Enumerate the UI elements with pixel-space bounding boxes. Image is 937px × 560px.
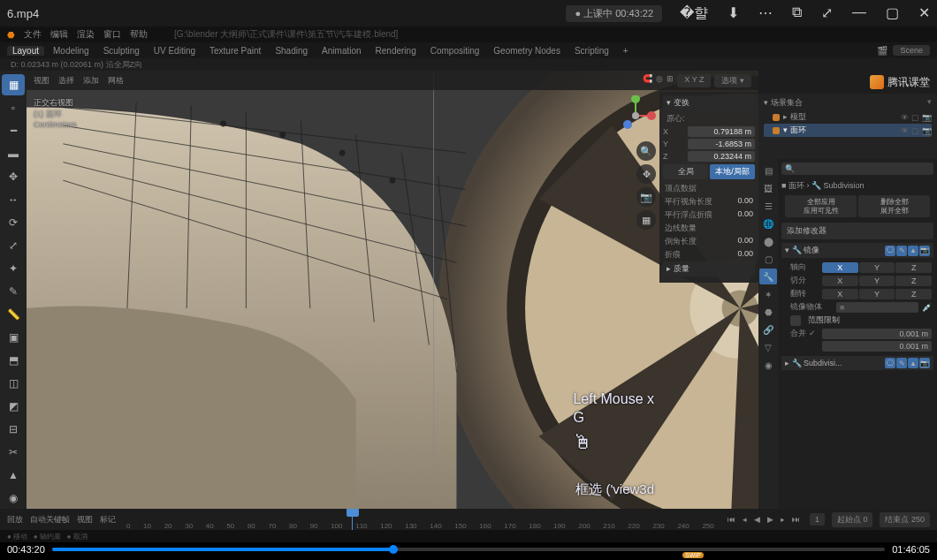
mod-realtime-icon[interactable]: 🖵 (885, 246, 895, 256)
vertex-select-icon[interactable]: ▫ (2, 97, 25, 118)
n-sec-4-val[interactable]: 0.00 (737, 236, 753, 247)
tab-constraints[interactable]: 🔗 (759, 322, 777, 337)
workspace-modeling[interactable]: Modeling (48, 46, 95, 56)
menu-window[interactable]: 窗口 (103, 28, 121, 41)
scene-selector[interactable]: Scene (893, 45, 930, 56)
polybuild-icon[interactable]: ▲ (2, 465, 25, 486)
apply-all-button[interactable]: 全部应用应用可见性 (785, 195, 857, 217)
mirror-axis-x[interactable]: X (822, 262, 858, 273)
select-icon[interactable]: ▢ (911, 113, 919, 122)
tab-physics[interactable]: ⬣ (759, 304, 777, 320)
timeline-menu-view[interactable]: 视图 (77, 514, 93, 526)
transform-z-value[interactable]: 0.23244 m (688, 151, 755, 162)
outliner-header[interactable]: ▾ 场景集合 (764, 97, 803, 109)
knife-icon[interactable]: ✂ (2, 442, 25, 463)
mod-render-icon[interactable]: 📷 (919, 246, 930, 256)
select-icon[interactable]: ▢ (911, 126, 919, 135)
menu-render[interactable]: 渲染 (77, 28, 95, 41)
close-icon[interactable]: ✕ (918, 4, 930, 23)
overlay-toggle-icon[interactable]: ⊞ (667, 74, 674, 87)
modifier-subsurf-header[interactable]: ▸ 🔧 Subdivisi... 🖵✎▲📷 (781, 356, 933, 370)
outliner-row-0[interactable]: ▸ 模型 👁▢📷 (764, 110, 932, 124)
space-global-button[interactable]: 全局 (663, 164, 708, 179)
share-icon[interactable]: �햘 (680, 4, 708, 23)
n-sec-5-val[interactable]: 0.00 (737, 249, 753, 261)
properties-search-input[interactable] (781, 163, 933, 175)
viewport-3d[interactable]: 视图 选择 添加 网格 🧲 ◎ ⊞ X Y Z 选项 ▾ 正交右视图 (1) 面… (27, 71, 758, 509)
inset-icon[interactable]: ◫ (2, 373, 25, 394)
workspace-shading[interactable]: Shading (270, 46, 313, 56)
timeline-menu-keying[interactable]: 自动关键帧 (30, 514, 70, 526)
render-icon[interactable]: 📷 (922, 113, 932, 122)
eye-icon[interactable]: 👁 (901, 113, 909, 122)
outliner-row-1[interactable]: ▾ 面环 👁▢📷 (764, 124, 932, 137)
next-key-icon[interactable]: ▸ (778, 515, 788, 524)
menu-help[interactable]: 帮助 (130, 28, 148, 41)
workspace-compositing[interactable]: Compositing (425, 46, 485, 56)
proportional-icon[interactable]: ◎ (656, 74, 663, 87)
bisect-z[interactable]: Z (895, 276, 932, 286)
tab-object[interactable]: ▢ (759, 251, 777, 267)
tab-world[interactable]: ⬤ (759, 233, 777, 249)
workspace-scripting[interactable]: Scripting (569, 46, 614, 56)
frame-start[interactable]: 起始点 0 (832, 512, 873, 527)
add-modifier-dropdown[interactable]: 添加修改器 (781, 223, 933, 239)
n-sec-2-val[interactable]: 0.00 (737, 209, 753, 221)
download-icon[interactable]: ⬇ (728, 4, 739, 23)
bevel-icon[interactable]: ◩ (2, 396, 25, 417)
mirror-object-field[interactable]: ■ (836, 302, 918, 313)
edge-select-icon[interactable]: ━ (2, 120, 25, 141)
bisect-y[interactable]: Y (859, 276, 895, 286)
menu-edit[interactable]: 编辑 (50, 28, 68, 41)
viewport-menu-view[interactable]: 视图 (34, 75, 50, 87)
move-icon[interactable]: ↔ (2, 189, 25, 210)
compact-icon[interactable]: ⤢ (821, 4, 833, 23)
timeline-ruler[interactable]: 0102030405060708090100110120130140150160… (123, 509, 718, 530)
transform-icon[interactable]: ✦ (2, 258, 25, 279)
mod-render-icon[interactable]: 📷 (919, 358, 930, 368)
loopcut-icon[interactable]: ⊟ (2, 419, 25, 440)
annotate-icon[interactable]: ✎ (2, 281, 25, 302)
mod-edit-icon[interactable]: ✎ (896, 358, 907, 368)
menu-file[interactable]: 文件 (24, 28, 42, 41)
workspace-texture[interactable]: Texture Paint (204, 46, 266, 56)
more-icon[interactable]: ⋯ (758, 4, 773, 23)
tab-output[interactable]: 🖼 (759, 180, 777, 196)
mod-realtime-icon[interactable]: 🖵 (885, 358, 895, 368)
maximize-icon[interactable]: ▢ (886, 4, 899, 23)
workspace-rendering[interactable]: Rendering (370, 46, 422, 56)
measure-icon[interactable]: 📏 (2, 304, 25, 325)
workspace-add[interactable]: + (618, 46, 634, 56)
n-panel-transform-header[interactable]: ▾ 变换 (663, 95, 755, 110)
viewport-menu-add[interactable]: 添加 (83, 75, 99, 87)
pip-icon[interactable]: ⧉ (792, 4, 802, 23)
bisect-dist-value[interactable]: 0.001 m (822, 341, 932, 352)
zoom-icon[interactable]: 🔍 (636, 141, 656, 161)
modifier-mirror-header[interactable]: ▾ 🔧 镜像 🖵✎▲📷 (781, 243, 933, 258)
workspace-geonodes[interactable]: Geometry Nodes (488, 46, 566, 56)
rotate-icon[interactable]: ⟳ (2, 212, 25, 233)
orientation-dropdown[interactable]: X Y Z (677, 74, 711, 87)
cursor-icon[interactable]: ✥ (2, 166, 25, 187)
perspective-icon[interactable]: ▦ (636, 210, 656, 230)
play-reverse-icon[interactable]: ◀ (751, 515, 763, 524)
tab-particles[interactable]: ✶ (759, 286, 777, 302)
mod-cage-icon[interactable]: ▲ (908, 358, 918, 368)
space-local-button[interactable]: 本地/局部 (710, 164, 755, 179)
tab-modifiers[interactable]: 🔧 (759, 269, 777, 284)
scale-icon[interactable]: ⤢ (2, 235, 25, 256)
options-dropdown[interactable]: 选项 ▾ (714, 74, 751, 87)
snap-icon[interactable]: 🧲 (643, 74, 652, 87)
flip-y[interactable]: Y (859, 289, 895, 299)
n-sec-1-val[interactable]: 0.00 (737, 196, 753, 208)
play-icon[interactable]: ▶ (765, 515, 776, 524)
addcube-icon[interactable]: ▣ (2, 327, 25, 348)
frame-current[interactable]: 1 (810, 513, 825, 526)
workspace-animation[interactable]: Animation (316, 46, 366, 56)
timeline-menu-marker[interactable]: 标记 (100, 514, 116, 526)
pan-icon[interactable]: ✥ (636, 164, 656, 184)
jump-start-icon[interactable]: ⏮ (725, 515, 738, 524)
flip-z[interactable]: Z (895, 289, 932, 299)
workspace-uv[interactable]: UV Editing (149, 46, 201, 56)
clipping-checkbox[interactable] (790, 315, 801, 326)
